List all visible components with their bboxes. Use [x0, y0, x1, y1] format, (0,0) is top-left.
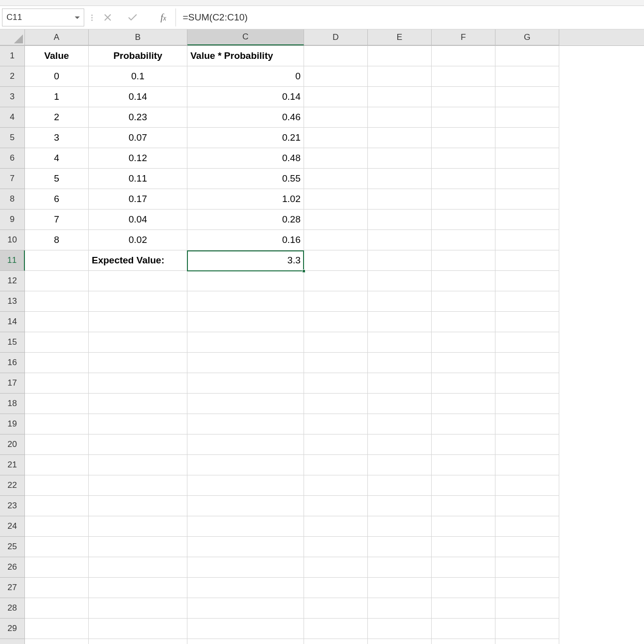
- cell-empty[interactable]: [368, 373, 432, 394]
- cell-empty[interactable]: [368, 189, 432, 210]
- cell-empty[interactable]: [187, 516, 304, 537]
- cell-empty[interactable]: [187, 537, 304, 557]
- cell-probability[interactable]: 0.23: [89, 107, 187, 128]
- cell-empty[interactable]: [495, 148, 559, 169]
- cell-empty[interactable]: [368, 250, 432, 271]
- cell-empty[interactable]: [495, 516, 559, 537]
- cell-empty[interactable]: [25, 639, 89, 644]
- col-header-a[interactable]: A: [25, 29, 89, 45]
- cell-empty[interactable]: [368, 107, 432, 128]
- row-header-17[interactable]: 17: [0, 373, 25, 394]
- cell-empty[interactable]: [187, 414, 304, 434]
- cell-empty[interactable]: [25, 250, 89, 271]
- cell-empty[interactable]: [432, 312, 495, 332]
- row-header-10[interactable]: 10: [0, 230, 25, 250]
- row-header-6[interactable]: 6: [0, 148, 25, 169]
- cell-probability[interactable]: 0.07: [89, 128, 187, 148]
- cell-empty[interactable]: [432, 250, 495, 271]
- cell-value[interactable]: 5: [25, 169, 89, 189]
- cell-empty[interactable]: [187, 291, 304, 312]
- row-header-8[interactable]: 8: [0, 189, 25, 210]
- cell-empty[interactable]: [495, 230, 559, 250]
- name-box[interactable]: C11: [2, 8, 84, 26]
- cell-empty[interactable]: [495, 128, 559, 148]
- col-header-f[interactable]: F: [432, 29, 495, 45]
- cell-empty[interactable]: [495, 107, 559, 128]
- cell-empty[interactable]: [304, 455, 368, 475]
- cell-empty[interactable]: [187, 639, 304, 644]
- row-header-4[interactable]: 4: [0, 107, 25, 128]
- cell-empty[interactable]: [304, 169, 368, 189]
- cell-empty[interactable]: [432, 373, 495, 394]
- cell-empty[interactable]: [304, 598, 368, 619]
- cell-empty[interactable]: [304, 516, 368, 537]
- row-header-28[interactable]: 28: [0, 598, 25, 619]
- cell-empty[interactable]: [495, 394, 559, 414]
- cell-empty[interactable]: [495, 66, 559, 87]
- cell-empty[interactable]: [187, 394, 304, 414]
- cell-empty[interactable]: [368, 578, 432, 598]
- row-header-5[interactable]: 5: [0, 128, 25, 148]
- cell-empty[interactable]: [187, 578, 304, 598]
- cell-empty[interactable]: [368, 516, 432, 537]
- cell-empty[interactable]: [304, 557, 368, 578]
- cell-empty[interactable]: [89, 434, 187, 455]
- row-header-9[interactable]: 9: [0, 210, 25, 230]
- row-header-1[interactable]: 1: [0, 46, 25, 66]
- row-header-25[interactable]: 25: [0, 537, 25, 557]
- header-probability[interactable]: Probability: [89, 46, 187, 66]
- cell-empty[interactable]: [495, 619, 559, 639]
- cell-empty[interactable]: [304, 230, 368, 250]
- cell-empty[interactable]: [495, 250, 559, 271]
- cell-valueprob[interactable]: 0.16: [187, 230, 304, 250]
- cell-empty[interactable]: [432, 639, 495, 644]
- cell-empty[interactable]: [495, 475, 559, 496]
- cell-value[interactable]: 8: [25, 230, 89, 250]
- cell-empty[interactable]: [495, 87, 559, 107]
- cell-empty[interactable]: [495, 373, 559, 394]
- cell-empty[interactable]: [432, 271, 495, 291]
- cell-empty[interactable]: [25, 475, 89, 496]
- fill-handle[interactable]: [302, 269, 306, 273]
- cell-empty[interactable]: [187, 557, 304, 578]
- cell-empty[interactable]: [89, 373, 187, 394]
- cell-valueprob[interactable]: 0.46: [187, 107, 304, 128]
- cell-empty[interactable]: [432, 394, 495, 414]
- row-header-24[interactable]: 24: [0, 516, 25, 537]
- cell-empty[interactable]: [25, 537, 89, 557]
- select-all-corner[interactable]: [0, 29, 25, 45]
- cell-empty[interactable]: [495, 332, 559, 353]
- cell-empty[interactable]: [495, 598, 559, 619]
- cell-empty[interactable]: [432, 537, 495, 557]
- cell-empty[interactable]: [304, 332, 368, 353]
- cell-empty[interactable]: [25, 434, 89, 455]
- cell-empty[interactable]: [368, 332, 432, 353]
- cell-empty[interactable]: [432, 107, 495, 128]
- row-header-13[interactable]: 13: [0, 291, 25, 312]
- cell-probability[interactable]: 0.14: [89, 87, 187, 107]
- cell-empty[interactable]: [495, 46, 559, 66]
- row-header-22[interactable]: 22: [0, 475, 25, 496]
- chevron-down-icon[interactable]: [75, 16, 80, 19]
- cell-empty[interactable]: [304, 189, 368, 210]
- cell-empty[interactable]: [432, 332, 495, 353]
- row-header-20[interactable]: 20: [0, 434, 25, 455]
- cell-empty[interactable]: [89, 394, 187, 414]
- cell-empty[interactable]: [432, 169, 495, 189]
- cell-valueprob[interactable]: 0.55: [187, 169, 304, 189]
- cell-empty[interactable]: [304, 312, 368, 332]
- cell-empty[interactable]: [25, 414, 89, 434]
- cell-empty[interactable]: [495, 455, 559, 475]
- cell-valueprob[interactable]: 0: [187, 66, 304, 87]
- cell-empty[interactable]: [432, 414, 495, 434]
- cell-empty[interactable]: [495, 353, 559, 373]
- cell-empty[interactable]: [89, 414, 187, 434]
- cell-empty[interactable]: [368, 475, 432, 496]
- cell-empty[interactable]: [187, 434, 304, 455]
- cell-empty[interactable]: [432, 496, 495, 516]
- cell-empty[interactable]: [368, 46, 432, 66]
- cell-empty[interactable]: [25, 455, 89, 475]
- cell-empty[interactable]: [25, 271, 89, 291]
- cell-value[interactable]: 2: [25, 107, 89, 128]
- cell-empty[interactable]: [368, 598, 432, 619]
